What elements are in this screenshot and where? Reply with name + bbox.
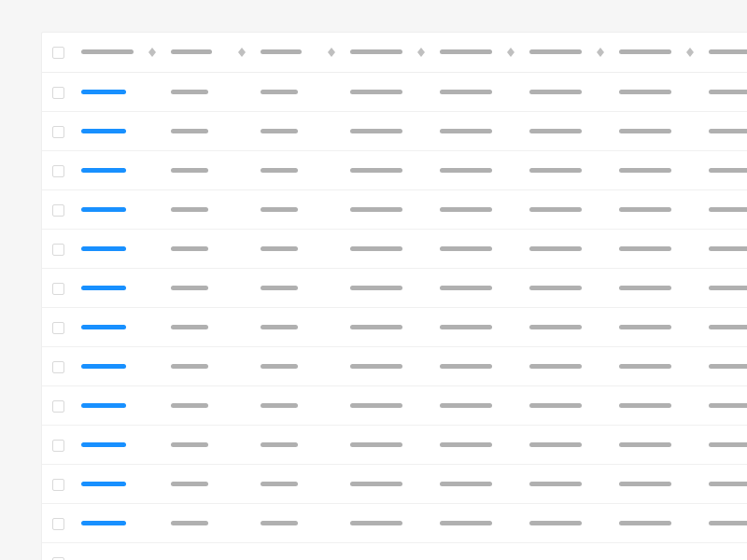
row-checkbox[interactable] xyxy=(52,557,64,560)
table-cell xyxy=(612,464,701,503)
table-cell[interactable] xyxy=(74,72,163,111)
row-checkbox[interactable] xyxy=(52,204,64,217)
table-cell xyxy=(253,307,343,346)
text-skeleton xyxy=(619,207,671,212)
sort-icon[interactable] xyxy=(238,48,246,57)
text-skeleton xyxy=(350,521,402,525)
table-cell[interactable] xyxy=(74,111,163,150)
table-cell xyxy=(163,385,253,425)
table-cell xyxy=(343,346,432,385)
row-checkbox[interactable] xyxy=(52,400,64,413)
column-header[interactable] xyxy=(612,33,701,72)
table-row xyxy=(42,307,747,346)
column-header[interactable] xyxy=(74,33,163,72)
table-cell xyxy=(522,464,612,503)
column-header[interactable] xyxy=(522,33,612,72)
table-cell xyxy=(432,189,522,229)
text-skeleton xyxy=(261,442,298,447)
text-skeleton xyxy=(350,168,402,173)
row-checkbox[interactable] xyxy=(52,361,64,373)
table-cell xyxy=(701,189,747,229)
table-cell xyxy=(163,464,253,503)
sort-icon[interactable] xyxy=(417,48,425,57)
link-skeleton xyxy=(81,442,126,447)
row-checkbox[interactable] xyxy=(52,87,64,99)
link-skeleton xyxy=(81,207,126,212)
text-skeleton xyxy=(619,325,671,329)
table-cell xyxy=(432,150,522,189)
text-skeleton xyxy=(619,246,671,251)
table-cell xyxy=(432,307,522,346)
table-cell xyxy=(343,307,432,346)
sort-icon[interactable] xyxy=(597,48,604,57)
table-cell[interactable] xyxy=(74,189,163,229)
table-cell[interactable] xyxy=(74,503,163,542)
table-cell xyxy=(522,268,612,307)
sort-icon[interactable] xyxy=(148,48,156,57)
text-skeleton xyxy=(440,168,492,173)
text-skeleton xyxy=(529,286,582,290)
row-select-cell xyxy=(42,189,74,229)
table-row xyxy=(42,542,747,560)
table-cell[interactable] xyxy=(74,425,163,464)
column-title-skeleton xyxy=(709,49,747,54)
table-row xyxy=(42,189,747,229)
table-cell[interactable] xyxy=(74,464,163,503)
link-skeleton xyxy=(81,246,126,251)
text-skeleton xyxy=(350,364,402,369)
table-cell xyxy=(343,464,432,503)
row-checkbox[interactable] xyxy=(52,283,64,295)
text-skeleton xyxy=(529,482,582,486)
text-skeleton xyxy=(619,129,671,133)
text-skeleton xyxy=(440,90,492,94)
text-skeleton xyxy=(261,364,298,369)
data-table xyxy=(42,33,747,560)
text-skeleton xyxy=(440,403,492,408)
table-cell xyxy=(612,503,701,542)
row-select-cell xyxy=(42,542,74,560)
column-header[interactable] xyxy=(701,33,747,72)
row-checkbox[interactable] xyxy=(52,126,64,138)
text-skeleton xyxy=(261,207,298,212)
table-cell[interactable] xyxy=(74,229,163,268)
text-skeleton xyxy=(350,90,402,94)
table-cell[interactable] xyxy=(74,346,163,385)
table-cell xyxy=(522,307,612,346)
table-cell[interactable] xyxy=(74,542,163,560)
table-row xyxy=(42,72,747,111)
text-skeleton xyxy=(529,403,582,408)
column-header[interactable] xyxy=(253,33,343,72)
row-checkbox[interactable] xyxy=(52,518,64,530)
sort-icon[interactable] xyxy=(686,48,694,57)
row-checkbox[interactable] xyxy=(52,440,64,452)
table-cell xyxy=(253,229,343,268)
column-header[interactable] xyxy=(432,33,522,72)
link-skeleton xyxy=(81,482,126,486)
column-header[interactable] xyxy=(343,33,432,72)
table-cell[interactable] xyxy=(74,150,163,189)
text-skeleton xyxy=(171,325,208,329)
text-skeleton xyxy=(529,168,582,173)
sort-icon[interactable] xyxy=(328,48,335,57)
table-row xyxy=(42,503,747,542)
table-header-row xyxy=(42,33,747,72)
text-skeleton xyxy=(619,90,671,94)
row-checkbox[interactable] xyxy=(52,165,64,177)
table-cell[interactable] xyxy=(74,385,163,425)
text-skeleton xyxy=(171,403,208,408)
row-checkbox[interactable] xyxy=(52,479,64,491)
column-header[interactable] xyxy=(163,33,253,72)
row-checkbox[interactable] xyxy=(52,322,64,334)
text-skeleton xyxy=(529,364,582,369)
select-all-checkbox[interactable] xyxy=(52,47,64,59)
table-cell[interactable] xyxy=(74,307,163,346)
table-cell[interactable] xyxy=(74,268,163,307)
table-cell xyxy=(612,425,701,464)
table-cell xyxy=(432,542,522,560)
row-checkbox[interactable] xyxy=(52,244,64,256)
table-cell xyxy=(253,464,343,503)
sort-icon[interactable] xyxy=(507,48,514,57)
text-skeleton xyxy=(350,207,402,212)
row-select-cell xyxy=(42,425,74,464)
text-skeleton xyxy=(440,286,492,290)
